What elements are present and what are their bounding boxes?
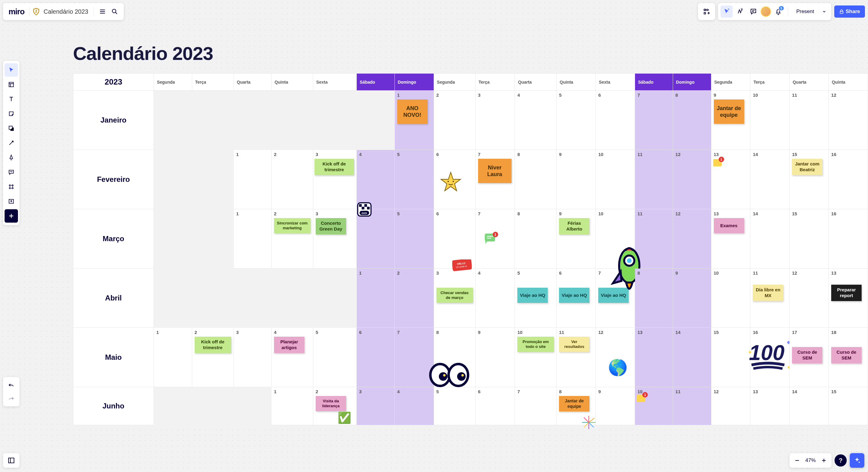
sticky-note[interactable]: ANO NOVO! <box>397 99 428 124</box>
redo-button[interactable] <box>5 392 18 405</box>
sticky-note[interactable]: Día libre en MX <box>753 285 783 301</box>
select-tool[interactable] <box>5 63 18 76</box>
comment-indicator[interactable]: 1 <box>637 395 645 402</box>
sticky-note[interactable]: Concerto Green Day <box>316 218 346 234</box>
day-cell[interactable]: 13 <box>635 328 673 387</box>
day-cell[interactable]: 14 <box>750 209 789 269</box>
day-cell[interactable]: 5 Viaje ao HQ <box>515 269 557 328</box>
day-cell[interactable]: 3 Kick off de trimestre <box>313 150 356 209</box>
present-button[interactable]: Present <box>792 5 818 18</box>
calendar-table[interactable]: 2023 Segunda Terça Quarta Quinta Sexta S… <box>73 73 868 425</box>
day-cell[interactable]: 14 <box>673 328 711 387</box>
day-cell[interactable]: 10 <box>711 269 750 328</box>
day-cell[interactable]: 1 <box>356 269 395 328</box>
line-tool[interactable] <box>5 136 18 150</box>
day-cell[interactable]: 8 <box>635 269 673 328</box>
day-cell[interactable]: 15 Jantar com Beatriz <box>789 150 829 209</box>
upload-tool[interactable] <box>5 195 18 208</box>
day-cell[interactable]: 8 <box>515 209 557 269</box>
day-cell[interactable]: 12 🌎 <box>596 328 635 387</box>
day-cell[interactable]: 2 <box>271 150 313 209</box>
canvas[interactable]: Calendário 2023 2023 Segunda Terça Quart… <box>73 42 868 472</box>
day-cell[interactable]: 2 Visita da liderança ✅ <box>313 387 356 425</box>
day-cell[interactable]: 4 Planejar artigos <box>271 328 313 387</box>
templates-tool[interactable] <box>5 78 18 91</box>
day-cell[interactable]: 17 Curso de SEM <box>789 328 829 387</box>
day-cell[interactable]: 11 Ver resultados <box>557 328 596 387</box>
day-cell[interactable]: 12 <box>711 387 750 425</box>
day-cell[interactable]: 4 <box>475 269 515 328</box>
sticky-note[interactable]: Exames <box>714 218 744 233</box>
day-cell[interactable]: 10 1 <box>635 387 673 425</box>
day-cell[interactable]: 13 1 <box>711 150 750 209</box>
sticky-note[interactable]: Preparar report <box>831 285 862 301</box>
day-cell[interactable]: 11 <box>789 91 829 150</box>
menu-icon[interactable] <box>96 5 108 18</box>
day-cell[interactable]: 4 GO! <box>356 209 395 269</box>
day-cell[interactable]: 18 Curso de SEM <box>829 328 868 387</box>
cursor-follow-icon[interactable] <box>720 5 733 18</box>
reactions-icon[interactable] <box>734 5 746 18</box>
day-cell[interactable]: 1 <box>234 209 271 269</box>
sticky-note[interactable]: Ver resultados <box>559 337 589 352</box>
shield-badge-icon[interactable]: 2 <box>32 7 40 16</box>
day-cell[interactable]: 12 <box>673 209 711 269</box>
day-cell[interactable]: 2 <box>395 269 434 328</box>
pen-tool[interactable] <box>5 151 18 164</box>
day-cell[interactable]: 5 <box>434 387 475 425</box>
present-dropdown-icon[interactable] <box>819 5 829 18</box>
day-cell[interactable]: 11 <box>635 209 673 269</box>
shapes-tool[interactable] <box>5 122 18 135</box>
sticky-note[interactable]: Sincronizar com marketing <box>274 218 311 233</box>
comment-indicator[interactable]: 1 <box>713 159 722 166</box>
day-cell[interactable]: 16 <box>829 150 868 209</box>
day-cell[interactable]: 10 <box>596 209 635 269</box>
day-cell[interactable]: 14 <box>750 150 789 209</box>
notifications-icon[interactable]: 5 <box>772 5 784 18</box>
sticky-note[interactable]: Jantar com Beatriz <box>792 159 823 175</box>
sticky-note[interactable]: Checar vendas de março <box>436 288 473 303</box>
day-cell[interactable]: 1 <box>234 150 271 209</box>
search-icon[interactable] <box>108 5 121 18</box>
day-cell[interactable]: 9 <box>596 387 635 425</box>
day-cell[interactable]: 15 <box>789 209 829 269</box>
sticky-note[interactable]: Niver Laura <box>478 159 512 183</box>
day-cell[interactable]: 13 Exames <box>711 209 750 269</box>
sticky-note[interactable]: Curso de SEM <box>831 347 862 364</box>
day-cell[interactable]: 7 Viaje ao HQ <box>596 269 635 328</box>
day-cell[interactable]: 9 <box>475 328 515 387</box>
sticky-tool[interactable] <box>5 107 18 120</box>
day-cell[interactable]: 5 <box>557 91 596 150</box>
day-cell[interactable]: 6 <box>596 91 635 150</box>
day-cell[interactable]: 10 <box>750 91 789 150</box>
day-cell[interactable]: 10 Promoção em todo o site <box>515 328 557 387</box>
day-cell[interactable]: 12 <box>829 91 868 150</box>
frame-tool[interactable] <box>5 180 18 193</box>
day-cell[interactable]: 5 <box>313 328 356 387</box>
sticky-note[interactable]: Férias Alberto <box>559 218 589 234</box>
board-title[interactable]: Calendário 2023 <box>40 8 91 15</box>
day-cell[interactable]: 9 <box>557 150 596 209</box>
day-cell[interactable]: 2 <box>434 91 475 150</box>
day-cell[interactable]: 8 <box>515 150 557 209</box>
sticky-note[interactable]: Planejar artigos <box>274 337 304 353</box>
day-cell[interactable]: 12 <box>673 150 711 209</box>
day-cell[interactable]: 3 <box>356 387 395 425</box>
day-cell[interactable]: 15 <box>711 328 750 387</box>
day-cell[interactable]: 5 <box>395 209 434 269</box>
day-cell[interactable]: 11 <box>673 387 711 425</box>
day-cell[interactable]: 13 <box>750 387 789 425</box>
day-cell[interactable]: 3 HELLOMY NAME IS Checar vendas de março <box>434 269 475 328</box>
day-cell[interactable]: 8 <box>434 328 475 387</box>
day-cell[interactable]: 2 Sincronizar com marketing <box>271 209 313 269</box>
day-cell[interactable]: 3 <box>234 328 271 387</box>
day-cell[interactable]: 11 <box>635 150 673 209</box>
day-cell[interactable]: 3 Concerto Green Day <box>313 209 356 269</box>
day-cell[interactable]: 1 <box>271 387 313 425</box>
comments-icon[interactable] <box>747 5 760 18</box>
sticky-note[interactable]: Promoção em todo o site <box>517 337 554 352</box>
day-cell[interactable]: 15 <box>829 387 868 425</box>
sticky-note[interactable]: Kick off de trimestre <box>314 159 354 175</box>
day-cell[interactable]: 8 Jantar de equipe <box>557 387 596 425</box>
day-cell[interactable]: 4 <box>515 91 557 150</box>
